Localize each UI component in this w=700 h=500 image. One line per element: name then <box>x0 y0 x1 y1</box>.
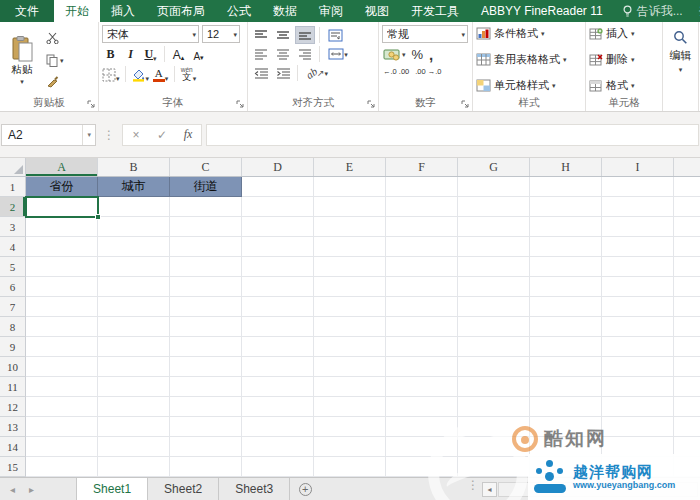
comma-style-button[interactable]: , <box>428 45 434 64</box>
decrease-decimal-button[interactable]: .00 →.0 <box>414 66 442 77</box>
row-header-1[interactable]: 1 <box>0 177 26 197</box>
cell-A7[interactable] <box>26 297 98 317</box>
select-all-corner[interactable] <box>0 158 26 176</box>
tell-me-box[interactable]: 告诉我... <box>614 0 691 22</box>
align-top-button[interactable] <box>251 26 271 44</box>
cell-H13[interactable] <box>530 417 602 437</box>
cell-E4[interactable] <box>314 237 386 257</box>
cell-C9[interactable] <box>170 337 242 357</box>
cell-F10[interactable] <box>386 357 458 377</box>
align-middle-button[interactable] <box>273 26 293 44</box>
cell-E2[interactable] <box>314 197 386 217</box>
underline-button[interactable]: U▾ <box>142 45 159 63</box>
sign-in-button[interactable]: 登录 <box>691 0 700 22</box>
column-header-B[interactable]: B <box>98 158 170 176</box>
cell-F6[interactable] <box>386 277 458 297</box>
cell-I9[interactable] <box>602 337 674 357</box>
cell-C5[interactable] <box>170 257 242 277</box>
column-header-F[interactable]: F <box>386 158 458 176</box>
cell-A9[interactable] <box>26 337 98 357</box>
cell-I11[interactable] <box>602 377 674 397</box>
format-painter-button[interactable] <box>43 73 73 91</box>
cell-I5[interactable] <box>602 257 674 277</box>
cell-C4[interactable] <box>170 237 242 257</box>
row-header-5[interactable]: 5 <box>0 257 26 277</box>
format-as-table-button[interactable]: 套用表格格式 ▾ <box>476 52 582 67</box>
cell-C12[interactable] <box>170 397 242 417</box>
cell-E8[interactable] <box>314 317 386 337</box>
cell-H1[interactable] <box>530 177 602 197</box>
cell-E9[interactable] <box>314 337 386 357</box>
cell-G13[interactable] <box>458 417 530 437</box>
cell-I12[interactable] <box>602 397 674 417</box>
row-header-11[interactable]: 11 <box>0 377 26 397</box>
cell-D13[interactable] <box>242 417 314 437</box>
cell-A4[interactable] <box>26 237 98 257</box>
cell-E13[interactable] <box>314 417 386 437</box>
cell-H8[interactable] <box>530 317 602 337</box>
conditional-formatting-button[interactable]: 条件格式 ▾ <box>476 26 582 41</box>
cell-I15[interactable] <box>602 457 674 477</box>
cell-A5[interactable] <box>26 257 98 277</box>
cell-A14[interactable] <box>26 437 98 457</box>
italic-button[interactable]: I <box>122 45 139 63</box>
cell-D9[interactable] <box>242 337 314 357</box>
column-header-E[interactable]: E <box>314 158 386 176</box>
cell-G12[interactable] <box>458 397 530 417</box>
cell-B10[interactable] <box>98 357 170 377</box>
font-dialog-launcher[interactable] <box>236 100 245 109</box>
insert-function-button[interactable]: fx <box>175 127 201 142</box>
cell-A1[interactable]: 省份 <box>26 177 98 197</box>
number-dialog-launcher[interactable] <box>461 100 470 109</box>
cell-I6[interactable] <box>602 277 674 297</box>
align-left-button[interactable] <box>251 45 271 63</box>
phonetic-guide-button[interactable]: wén 文 ▾ <box>180 65 197 83</box>
cell-F1[interactable] <box>386 177 458 197</box>
decrease-indent-button[interactable] <box>251 64 271 82</box>
cell-B13[interactable] <box>98 417 170 437</box>
column-header-H[interactable]: H <box>530 158 602 176</box>
wrap-text-button[interactable] <box>324 26 348 44</box>
cell-G8[interactable] <box>458 317 530 337</box>
cell-D4[interactable] <box>242 237 314 257</box>
cell-F4[interactable] <box>386 237 458 257</box>
row-header-14[interactable]: 14 <box>0 437 26 457</box>
cell-A8[interactable] <box>26 317 98 337</box>
cell-F14[interactable] <box>386 437 458 457</box>
row-header-4[interactable]: 4 <box>0 237 26 257</box>
percent-style-button[interactable]: % <box>411 46 425 63</box>
clipboard-dialog-launcher[interactable] <box>87 100 96 109</box>
fill-handle[interactable] <box>95 214 101 220</box>
row-header-6[interactable]: 6 <box>0 277 26 297</box>
orientation-button[interactable]: ab ↗ ▾ <box>302 64 332 82</box>
cell-H15[interactable] <box>530 457 602 477</box>
cell-A15[interactable] <box>26 457 98 477</box>
alignment-dialog-launcher[interactable] <box>367 100 376 109</box>
cell-B3[interactable] <box>98 217 170 237</box>
tab-开发工具[interactable]: 开发工具 <box>400 0 470 22</box>
cell-D1[interactable] <box>242 177 314 197</box>
tab-审阅[interactable]: 审阅 <box>308 0 354 22</box>
cell-A3[interactable] <box>26 217 98 237</box>
align-center-button[interactable] <box>273 45 293 63</box>
name-box[interactable]: A2 ▾ <box>1 124 96 146</box>
cell-E6[interactable] <box>314 277 386 297</box>
cell-B12[interactable] <box>98 397 170 417</box>
cell-H11[interactable] <box>530 377 602 397</box>
fill-color-button[interactable]: ▾ <box>131 65 150 83</box>
cell-H10[interactable] <box>530 357 602 377</box>
cell-F9[interactable] <box>386 337 458 357</box>
cell-I2[interactable] <box>602 197 674 217</box>
align-bottom-button[interactable] <box>295 26 315 44</box>
align-right-button[interactable] <box>295 45 315 63</box>
borders-button[interactable]: ▾ <box>102 65 120 83</box>
cell-E15[interactable] <box>314 457 386 477</box>
cell-H4[interactable] <box>530 237 602 257</box>
cell-G15[interactable] <box>458 457 530 477</box>
cell-H12[interactable] <box>530 397 602 417</box>
cell-E11[interactable] <box>314 377 386 397</box>
cell-G3[interactable] <box>458 217 530 237</box>
insert-cells-button[interactable]: 插入 ▾ <box>589 26 659 41</box>
cell-D6[interactable] <box>242 277 314 297</box>
tab-页面布局[interactable]: 页面布局 <box>146 0 216 22</box>
